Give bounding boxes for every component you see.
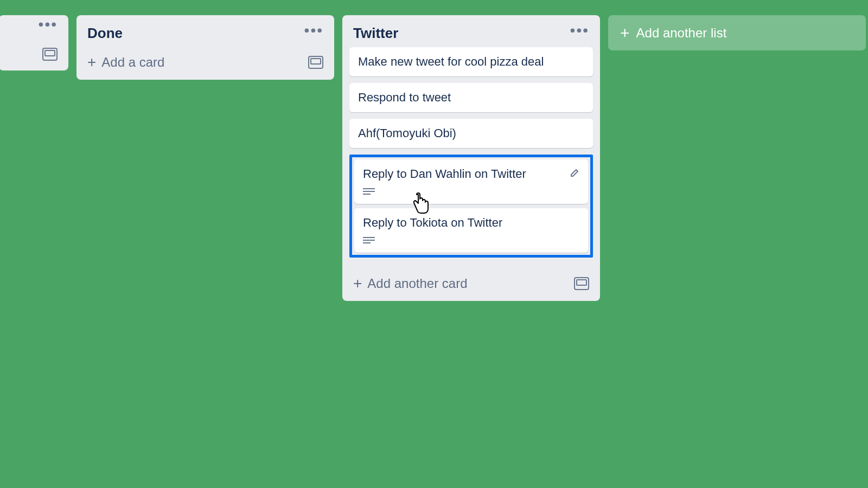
- add-card-button[interactable]: + Add another card: [353, 276, 467, 291]
- svg-rect-11: [577, 280, 586, 285]
- add-card-label: Add another card: [367, 276, 467, 291]
- plus-icon: +: [87, 57, 96, 68]
- list-header: Done •••: [76, 15, 334, 47]
- card-title: Reply to Dan Wahlin on Twitter: [363, 167, 526, 181]
- svg-rect-3: [311, 59, 321, 64]
- card-title: Make new tweet for cool pizza deal: [358, 55, 544, 68]
- board: ••• Done ••• + Add a card Twitter •••: [0, 0, 868, 301]
- template-icon[interactable]: [574, 277, 589, 290]
- list-title[interactable]: Twitter: [353, 25, 398, 42]
- svg-rect-1: [45, 50, 55, 56]
- add-card-label: Add a card: [101, 55, 164, 70]
- card-title: Respond to tweet: [358, 91, 451, 104]
- add-card-button[interactable]: + Add a card: [87, 55, 164, 70]
- description-icon: [363, 236, 579, 245]
- list-menu-icon[interactable]: •••: [304, 28, 323, 33]
- template-icon[interactable]: [308, 56, 323, 69]
- card[interactable]: Ahf(Tomoyuki Obi): [349, 119, 593, 148]
- plus-icon: +: [353, 278, 362, 289]
- list-menu-icon[interactable]: •••: [570, 28, 589, 33]
- card[interactable]: Reply to Dan Wahlin on Twitter: [354, 159, 588, 204]
- plus-icon: +: [620, 28, 630, 38]
- list-header: Twitter •••: [342, 15, 600, 47]
- card-title: Ahf(Tomoyuki Obi): [358, 126, 456, 140]
- card[interactable]: Make new tweet for cool pizza deal: [349, 47, 593, 76]
- card[interactable]: Reply to Tokiota on Twitter: [354, 208, 588, 253]
- list-twitter: Twitter ••• Make new tweet for cool pizz…: [342, 15, 600, 301]
- list-header: •••: [0, 15, 68, 36]
- pencil-icon[interactable]: [570, 167, 580, 178]
- add-list-label: Add another list: [636, 25, 727, 41]
- list-title[interactable]: Done: [87, 25, 123, 42]
- list-partial: •••: [0, 15, 68, 70]
- description-icon: [363, 188, 579, 196]
- list-done: Done ••• + Add a card: [76, 15, 334, 80]
- add-list-button[interactable]: + Add another list: [608, 15, 866, 50]
- highlight-selection: Reply to Dan Wahlin on Twitter Reply to …: [349, 155, 593, 258]
- list-menu-icon[interactable]: •••: [39, 22, 58, 27]
- card[interactable]: Respond to tweet: [349, 83, 593, 112]
- card-title: Reply to Tokiota on Twitter: [363, 216, 502, 229]
- template-icon[interactable]: [42, 48, 58, 61]
